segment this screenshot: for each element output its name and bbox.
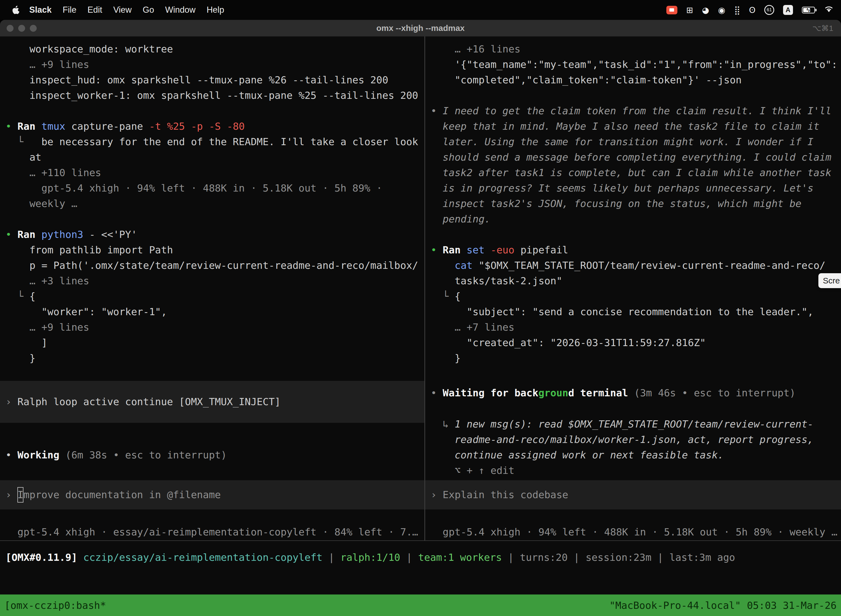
text-segment: inspect task2's JSON, focusing on the st… xyxy=(431,198,801,209)
close-window-button[interactable] xyxy=(7,25,13,32)
text-segment: readme-and-reco/mailbox/worker-1.json, a… xyxy=(431,434,813,445)
text-segment: weekly … xyxy=(6,198,77,209)
text-segment: { xyxy=(29,290,35,302)
terminal-line: p = Path('.omx/state/team/review-current… xyxy=(0,258,424,273)
status-segment: [OMX#0.11.9] xyxy=(6,552,84,563)
text-segment: › xyxy=(6,396,18,407)
text-segment: Ralph loop active continue [OMX_TMUX_INJ… xyxy=(18,396,281,407)
prompt-input-row[interactable]: › Explain this codebase xyxy=(425,480,841,509)
menu-view[interactable]: View xyxy=(108,5,137,15)
text-segment: … +110 lines xyxy=(6,167,101,178)
left-terminal-pane[interactable]: workspace_mode: worktree … +9 lines insp… xyxy=(0,37,424,540)
terminal-line: "subject": "send a concise recommendatio… xyxy=(425,304,841,320)
compass-icon[interactable]: ◕ xyxy=(702,5,709,15)
app-circle-icon[interactable]: ◉ xyxy=(718,5,725,15)
text-segment: • xyxy=(6,120,18,132)
terminal-line: ↳ 1 new msg(s): read $OMX_TEAM_STATE_ROO… xyxy=(425,417,841,432)
terminal-line: '{"team_name":"my-team","task_id":"1","f… xyxy=(425,57,841,72)
text-segment: I xyxy=(18,487,23,503)
text-segment: ⌥ + ↑ edit xyxy=(431,465,514,476)
text-segment: keep that in mind. Maybe I also need the… xyxy=(431,120,819,132)
terminal-line: "created_at": "2026-03-31T11:59:27.816Z" xyxy=(425,335,841,351)
text-segment xyxy=(431,260,455,271)
screen: Slack FileEditViewGoWindowHelp ⊞◕◉⣿ʘ61Aϟ… xyxy=(0,0,841,616)
text-segment: … +3 lines xyxy=(6,275,89,286)
terminal-line: gpt-5.4 xhigh · essay/ai-reimplementatio… xyxy=(0,524,424,540)
text-segment: › xyxy=(431,489,442,500)
zoom-window-button[interactable] xyxy=(30,25,37,32)
minimize-window-button[interactable] xyxy=(18,25,25,32)
tmux-host-time-label: "MacBook-Pro-44.local" 05:03 31-Mar-26 xyxy=(609,600,837,611)
text-segment: is in progress? It seems likely but perh… xyxy=(431,182,813,194)
tmux-status-bar: [omx-cczip0:bash* "MacBook-Pro-44.local"… xyxy=(0,594,841,616)
menu-help[interactable]: Help xyxy=(201,5,230,15)
terminal-line: tasks/task-2.json" xyxy=(425,273,841,289)
text-segment: (3m 46s • esc to interrupt) xyxy=(628,387,796,399)
menu-window[interactable]: Window xyxy=(160,5,201,15)
text-segment: later. Using the same for transition mig… xyxy=(431,136,813,147)
status-segment: session:23m xyxy=(586,552,651,563)
text-segment: • xyxy=(6,229,18,240)
screen-recording-icon[interactable] xyxy=(666,6,677,14)
battery-charging-icon[interactable]: ϟ xyxy=(802,7,815,13)
terminal-line: … +16 lines xyxy=(425,41,841,57)
status-segment: last:3m ago xyxy=(670,552,735,563)
text-segment: ↳ xyxy=(431,418,455,430)
app-menu-slack[interactable]: Slack xyxy=(24,5,57,15)
text-segment: continue assigned work or next feasible … xyxy=(431,449,724,461)
window-grid-icon[interactable]: ⊞ xyxy=(686,5,693,15)
terminal-line: ⌥ + ↑ edit xyxy=(425,463,841,478)
terminal[interactable]: workspace_mode: worktree … +9 lines insp… xyxy=(0,37,841,616)
terminal-line: workspace_mode: worktree xyxy=(0,41,424,57)
text-segment: capture-pane xyxy=(65,120,143,132)
text-segment: "worker": "worker-1", xyxy=(6,306,167,317)
text-segment: … +9 lines xyxy=(6,321,89,333)
window-titlebar[interactable]: omx --xhigh --madmax ⌥⌘1 xyxy=(0,20,841,37)
text-segment: I need to get the claim token from the c… xyxy=(442,105,831,116)
text-segment: • xyxy=(6,449,18,461)
text-segment: └ xyxy=(6,136,41,147)
text-segment: Ran xyxy=(442,244,467,255)
text-segment: └ xyxy=(431,290,455,302)
text-segment: "$OMX_TEAM_STATE_ROOT/team/review-curren… xyxy=(473,260,826,271)
dots-grid-icon[interactable]: ⣿ xyxy=(734,5,740,15)
terminal-line: └ be necessary for the end of the README… xyxy=(0,134,424,150)
text-segment: gpt-5.4 xhigh · 94% left · 488K in · 5.1… xyxy=(6,182,382,194)
terminal-line: • Working (6m 38s • esc to interrupt) xyxy=(0,447,424,463)
input-source-icon[interactable]: A xyxy=(783,5,793,15)
battery-percent-badge[interactable]: 61 xyxy=(764,5,774,15)
text-segment: "subject": "send a concise recommendatio… xyxy=(431,306,813,317)
terminal-line: … +9 lines xyxy=(0,57,424,72)
traffic-lights xyxy=(0,25,37,32)
terminal-line: gpt-5.4 xhigh · 94% left · 488K in · 5.1… xyxy=(0,180,424,196)
prompt-input-row[interactable]: › Ralph loop active continue [OMX_TMUX_I… xyxy=(0,381,424,423)
status-segment: | xyxy=(502,552,520,563)
text-segment: mprove documentation in @filename xyxy=(23,489,221,500)
status-segment: team:1 workers xyxy=(418,552,502,563)
status-segment: | xyxy=(400,552,418,563)
text-segment: '{"team_name":"my-team","task_id":"1","f… xyxy=(431,59,837,70)
menu-file[interactable]: File xyxy=(57,5,82,15)
text-segment: Ran xyxy=(18,229,41,240)
apple-menu-icon[interactable] xyxy=(7,5,24,15)
terminal-line: • Ran set -euo pipefail xyxy=(425,242,841,258)
text-segment: - <<'PY' xyxy=(84,229,137,240)
terminal-line: • Ran tmux capture-pane -t %25 -p -S -80 xyxy=(0,119,424,134)
terminal-line: gpt-5.4 xhigh · 94% left · 488K in · 5.1… xyxy=(425,524,841,540)
prompt-input-row[interactable]: › Improve documentation in @filename xyxy=(0,480,424,509)
status-segment: ralph:1/10 xyxy=(340,552,400,563)
wifi-icon[interactable] xyxy=(824,5,834,15)
omx-status-area: [OMX#0.11.9] cczip/essay/ai-reimplementa… xyxy=(0,540,841,565)
menu-bar-left: Slack FileEditViewGoWindowHelp xyxy=(7,5,230,15)
terminal-line: readme-and-reco/mailbox/worker-1.json, a… xyxy=(425,432,841,447)
right-terminal-pane[interactable]: … +16 lines '{"team_name":"my-team","tas… xyxy=(425,37,841,540)
text-segment: • xyxy=(431,244,442,255)
menu-bar-status-icons: ⊞◕◉⣿ʘ61Aϟ xyxy=(666,5,834,15)
window-title: omx --xhigh --madmax xyxy=(0,23,841,33)
menu-go[interactable]: Go xyxy=(137,5,160,15)
text-segment: pending. xyxy=(431,213,491,224)
text-segment: … +16 lines xyxy=(431,43,520,55)
terminal-line: inspect_worker-1: omx sparkshell --tmux-… xyxy=(0,88,424,103)
ghost-icon[interactable]: ʘ xyxy=(749,5,756,15)
menu-edit[interactable]: Edit xyxy=(82,5,108,15)
